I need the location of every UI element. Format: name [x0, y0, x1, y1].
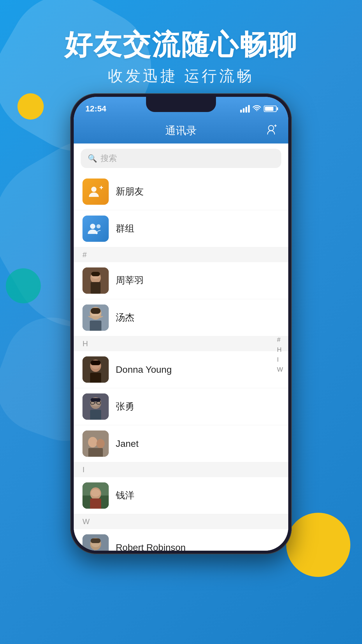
list-item[interactable]: 钱洋: [74, 477, 288, 514]
search-icon: 🔍: [88, 154, 97, 163]
header-section: 好友交流随心畅聊 收发迅捷 运行流畅: [0, 29, 362, 86]
list-item[interactable]: 张勇: [74, 388, 288, 425]
svg-rect-24: [91, 360, 101, 365]
phone-frame: 12:54: [70, 93, 292, 554]
search-bar[interactable]: 🔍 搜索: [81, 149, 281, 168]
index-item-i[interactable]: I: [277, 356, 283, 363]
avatar-zhangyong: [82, 393, 109, 420]
svg-rect-36: [88, 448, 103, 457]
search-container: 🔍 搜索: [74, 144, 288, 173]
svg-rect-18: [90, 321, 101, 331]
svg-rect-11: [91, 282, 101, 294]
svg-point-40: [91, 489, 100, 497]
section-header-i: I: [74, 462, 288, 477]
svg-point-34: [88, 437, 97, 447]
index-item-w[interactable]: W: [277, 366, 283, 373]
avatar-janet: [82, 430, 109, 457]
search-placeholder: 搜索: [101, 153, 117, 164]
sub-headline: 收发迅捷 运行流畅: [0, 66, 362, 86]
main-headline: 好友交流随心畅聊: [0, 29, 362, 60]
svg-point-7: [90, 224, 95, 229]
contact-name-donna: Donna Young: [116, 364, 172, 375]
status-time: 12:54: [85, 104, 106, 113]
index-sidebar: # H I W: [277, 336, 283, 373]
new-friend-label: 新朋友: [116, 185, 144, 198]
list-item[interactable]: 群组: [74, 210, 288, 247]
svg-rect-46: [91, 538, 101, 543]
signal-icon: [240, 105, 250, 113]
yellow-dot-top: [17, 93, 44, 120]
svg-point-8: [96, 224, 101, 228]
svg-rect-41: [90, 498, 101, 509]
contact-name-tangjie: 汤杰: [116, 311, 134, 324]
status-icons: [240, 104, 277, 113]
nav-bar: 通讯录: [74, 118, 288, 144]
section-header-h: H: [74, 336, 288, 351]
index-item-h[interactable]: H: [277, 346, 283, 354]
contact-name-robinson: Robert Robinson: [116, 542, 186, 551]
contact-name-zhangyong: 张勇: [116, 400, 134, 413]
list-item[interactable]: 汤杰: [74, 299, 288, 336]
list-item[interactable]: Donna Young: [74, 351, 288, 388]
avatar-qianyang: [82, 482, 109, 509]
avatar-donna: [82, 356, 109, 383]
svg-rect-32: [91, 398, 101, 402]
svg-point-4: [91, 187, 96, 192]
list-item[interactable]: Janet: [74, 425, 288, 462]
svg-rect-14: [91, 272, 100, 276]
svg-rect-28: [90, 410, 101, 420]
avatar-zhouyu: [82, 267, 109, 294]
battery-icon: [264, 106, 277, 112]
wifi-icon: [253, 104, 261, 113]
avatar-robinson: [82, 534, 109, 551]
phone-inner: 12:54: [74, 97, 288, 551]
svg-point-0: [256, 110, 257, 111]
list-item[interactable]: 新朋友: [74, 173, 288, 210]
teal-dot-mid: [6, 268, 41, 303]
avatar-tangjie: [82, 304, 109, 331]
yellow-dot-bottom: [286, 513, 350, 577]
nav-title: 通讯录: [165, 124, 197, 138]
contact-name-qianyang: 钱洋: [116, 489, 134, 502]
new-friend-avatar: [82, 178, 109, 205]
list-item[interactable]: 周莘羽: [74, 262, 288, 299]
group-avatar: [82, 216, 109, 242]
section-header-w: W: [74, 514, 288, 529]
contact-list: 新朋友 群组 #: [74, 173, 288, 551]
svg-rect-23: [90, 373, 101, 383]
list-item[interactable]: Robert Robinson: [74, 529, 288, 551]
group-label: 群组: [116, 222, 134, 235]
phone-notch: [146, 97, 216, 112]
index-item-hash[interactable]: #: [277, 336, 283, 344]
contact-name-janet: Janet: [116, 438, 138, 449]
svg-rect-19: [91, 308, 101, 314]
app-content: 12:54: [74, 97, 288, 551]
contact-name-zhouyu: 周莘羽: [116, 274, 144, 287]
svg-point-1: [268, 125, 274, 131]
svg-point-35: [96, 439, 105, 448]
add-contact-button[interactable]: [266, 124, 277, 137]
section-header-hash: #: [74, 247, 288, 262]
